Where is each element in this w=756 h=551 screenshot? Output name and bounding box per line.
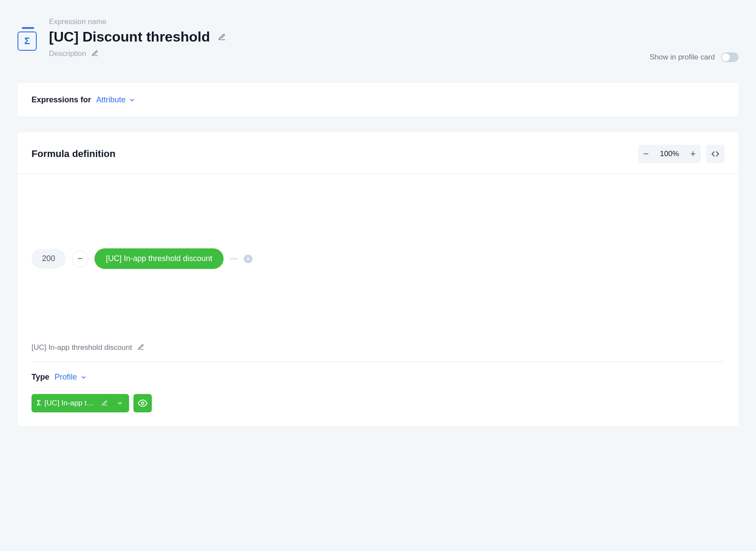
formula-attribute-pill[interactable]: [UC] In-app threshold discount: [94, 248, 224, 269]
attribute-tag-label: [UC] In-app th…: [45, 399, 97, 408]
zoom-level: 100%: [654, 150, 685, 158]
type-dropdown[interactable]: Profile: [55, 373, 87, 382]
edit-tag-icon[interactable]: [101, 399, 108, 407]
formula-card: Formula definition − 100% + 200 − [UC] I…: [18, 133, 738, 426]
svg-point-2: [141, 402, 144, 405]
attribute-detail-name: [UC] In-app threshold discount: [32, 343, 132, 352]
edit-title-icon[interactable]: [218, 33, 226, 41]
zoom-out-button[interactable]: −: [638, 145, 654, 163]
description-label: Description: [49, 49, 86, 58]
preview-button[interactable]: [133, 394, 152, 412]
formula-operator-pill[interactable]: −: [72, 251, 88, 267]
sigma-icon: Σ: [18, 31, 37, 51]
edit-attribute-icon[interactable]: [137, 344, 145, 352]
attribute-tag[interactable]: Σ [UC] In-app th…: [32, 394, 129, 412]
page-title: [UC] Discount threshold: [49, 29, 210, 45]
formula-title: Formula definition: [32, 148, 116, 160]
expressions-for-label: Expressions for: [32, 95, 91, 105]
zoom-in-button[interactable]: +: [685, 145, 701, 163]
chevron-down-icon: [80, 374, 87, 380]
type-value: Profile: [55, 373, 77, 382]
chevron-down-icon[interactable]: [116, 399, 124, 407]
type-label: Type: [32, 373, 49, 382]
show-in-profile-toggle[interactable]: [721, 52, 738, 62]
show-in-profile-label: Show in profile card: [650, 53, 715, 62]
expression-name-label: Expression name: [49, 17, 226, 26]
zoom-group: − 100% +: [638, 145, 701, 163]
expressions-for-dropdown[interactable]: Attribute: [96, 95, 135, 105]
formula-add-button[interactable]: [244, 255, 252, 263]
formula-connector: [230, 258, 238, 259]
formula-canvas[interactable]: 200 − [UC] In-app threshold discount: [18, 174, 738, 343]
sigma-icon: Σ: [37, 399, 41, 407]
chevron-down-icon: [129, 97, 135, 103]
expressions-for-card: Expressions for Attribute: [18, 83, 738, 117]
code-view-button[interactable]: [706, 145, 724, 163]
formula-number-pill[interactable]: 200: [32, 249, 66, 269]
edit-description-icon[interactable]: [91, 50, 99, 58]
expressions-for-value: Attribute: [96, 95, 126, 105]
